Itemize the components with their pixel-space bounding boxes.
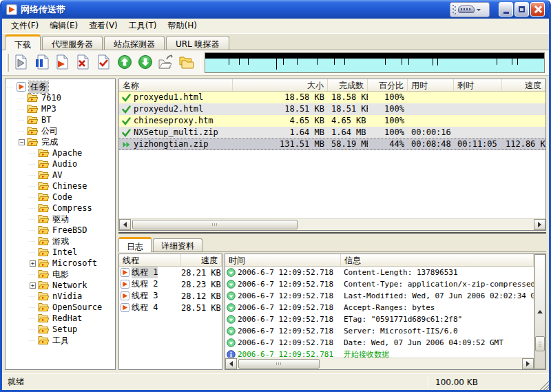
expander-icon[interactable] [30,293,36,300]
thread-row[interactable]: 线程 1 28.21 KB [119,267,222,278]
expander-icon[interactable] [30,161,36,167]
column-header[interactable]: 用时 [408,79,454,91]
tree-item[interactable]: nVidia [6,291,115,302]
menu-item[interactable]: 查看(V) [83,19,123,33]
log-row[interactable]: 2006-6-7 12:09:52.718 Date: Wed, 07 Jun … [225,337,534,349]
toolbar-grip[interactable] [6,54,9,72]
expander-icon[interactable] [30,338,36,344]
expander-icon[interactable] [30,316,36,322]
tree-item[interactable]: 电影 [6,269,115,280]
new-task-button[interactable] [11,52,32,73]
delete-button[interactable] [73,52,94,73]
log-row[interactable]: 2006-6-7 12:09:52.718 ETag: "0591771d689… [225,313,534,325]
column-header[interactable]: 速度 [181,254,222,266]
scroll-thumb[interactable] [238,359,320,369]
tab-details[interactable]: 详细资料 [153,238,202,251]
tree-item[interactable]: 驱动 [6,214,115,225]
column-header[interactable]: 线程 [119,254,181,266]
column-header[interactable]: 名称 [119,79,233,91]
expander-icon[interactable]: − [19,139,25,145]
expander-icon[interactable] [19,106,25,112]
NXSetup_multi.zip[interactable]: NXSetup_multi.zip 1.64 MB 1.64 MB 100% 0… [119,127,545,138]
scroll-track[interactable] [131,219,534,230]
log-row[interactable]: 2006-6-7 12:09:52.718 Content-Type: appl… [225,278,534,290]
expander-icon[interactable]: + [30,260,36,267]
chevron-down-icon[interactable] [477,9,481,13]
expander-icon[interactable] [30,227,36,234]
horizontal-scrollbar[interactable] [119,218,545,230]
tree-item[interactable]: Apache [6,147,115,158]
tree-item[interactable]: Code [6,192,115,203]
log-row[interactable]: 2006-6-7 12:09:52.718 Last-Modified: Wed… [225,290,534,302]
tree-item[interactable]: + Network [6,280,115,291]
log-vertical-scrollbar[interactable] [534,254,545,369]
tree-item[interactable]: Audio [6,158,115,169]
tree-item[interactable]: Setup [6,324,115,335]
thread-row[interactable]: 线程 4 28.51 KB [119,302,222,313]
close-button[interactable] [530,2,545,17]
expander-icon[interactable]: + [30,282,36,289]
menu-item[interactable]: 帮助(H) [163,19,202,33]
minimize-button[interactable] [499,2,513,17]
tab-site-explorer[interactable]: 站点探测器 [104,36,165,50]
log-row[interactable]: 2006-6-7 12:09:52.781 开始接收数据 [225,349,534,358]
proxyedu2.html[interactable]: proxyedu2.html 18.51 KB 18.51 KB 100% [119,103,545,115]
tree-item[interactable]: Chinese [6,180,115,192]
column-header[interactable]: 百分比 [368,79,408,91]
expander-icon[interactable] [19,117,25,123]
column-header[interactable]: 剩时 [454,79,502,91]
scroll-left-button[interactable] [225,358,237,369]
tree-item[interactable]: 公司 [6,125,115,136]
log-row[interactable]: 2006-6-7 12:09:52.718 Server: Microsoft-… [225,325,534,337]
tab-url-sniffer[interactable]: URL 嗅探器 [166,36,229,50]
scroll-right-button[interactable] [534,219,545,230]
scroll-left-button[interactable] [119,219,131,230]
tree-item[interactable]: BT [6,114,115,125]
scroll-right-button[interactable] [522,358,534,369]
log-row[interactable]: 2006-6-7 12:09:52.718 Content-Length: 13… [225,267,534,278]
start-button[interactable] [52,52,73,73]
tab-download[interactable]: 下载 [5,34,41,50]
expander-icon[interactable] [30,249,36,256]
open-file-button[interactable] [156,52,176,73]
move-down-button[interactable] [135,52,156,73]
scroll-track[interactable] [237,358,522,369]
tree-item[interactable]: 任务 [6,81,115,92]
tree-item[interactable]: 7610 [6,92,115,103]
tree-item[interactable]: − 完成 [6,136,115,147]
expander-icon[interactable] [30,183,36,189]
expander-icon[interactable] [30,205,36,212]
pause-button[interactable] [32,52,52,73]
tab-log[interactable]: 日志 [118,237,152,252]
menu-item[interactable]: 工具(T) [123,19,163,33]
thread-row[interactable]: 线程 2 28.23 KB [119,278,222,290]
expander-icon[interactable] [30,305,36,311]
expander-icon[interactable] [30,271,36,278]
scroll-up-button[interactable] [534,254,545,369]
expander-icon[interactable] [19,128,25,134]
yizhongtian.zip[interactable]: yizhongtian.zip 131.51 MB 58.19 MB 44% 0… [119,138,545,150]
expander-icon[interactable] [30,216,36,223]
log-row[interactable]: 2006-6-7 12:09:52.718 Accept-Ranges: byt… [225,302,534,313]
tree-item[interactable]: AV [6,169,115,180]
tree-item[interactable]: Intel [6,247,115,258]
log-horizontal-scrollbar[interactable] [225,358,534,369]
scroll-thumb[interactable] [535,336,545,351]
column-header[interactable]: 完成数 [328,79,368,91]
thread-row[interactable]: 线程 3 28.12 KB [119,290,222,302]
menu-item[interactable]: 编辑(E) [44,19,83,33]
proxyedu1.html[interactable]: proxyedu1.html 18.58 KB 18.58 KB 100% [119,92,545,103]
tree-item[interactable]: 游戏 [6,236,115,247]
tree-item[interactable]: MP3 [6,103,115,114]
tree-item[interactable]: 工具 [6,335,115,346]
resize-grip[interactable] [537,378,549,390]
drop-basket[interactable] [450,2,490,17]
scroll-thumb[interactable] [132,220,298,229]
expander-icon[interactable] [30,238,36,245]
menu-item[interactable]: 文件(F) [6,19,44,33]
tab-proxy-server[interactable]: 代理服务器 [42,36,103,50]
move-up-button[interactable] [114,52,135,73]
expander-icon[interactable] [30,172,36,178]
chineseproxy.htm[interactable]: chineseproxy.htm 4.65 KB 4.65 KB 100% [119,115,545,127]
expander-icon[interactable] [19,95,25,101]
